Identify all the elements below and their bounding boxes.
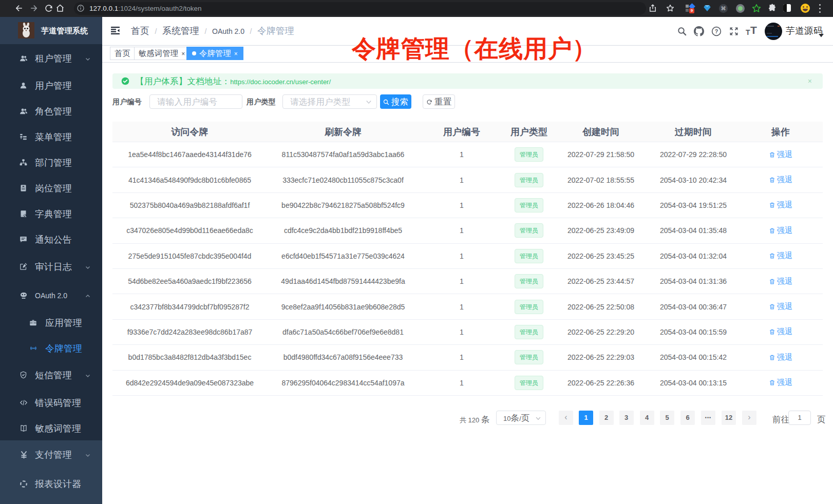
svg-text:?: ?: [715, 28, 718, 34]
